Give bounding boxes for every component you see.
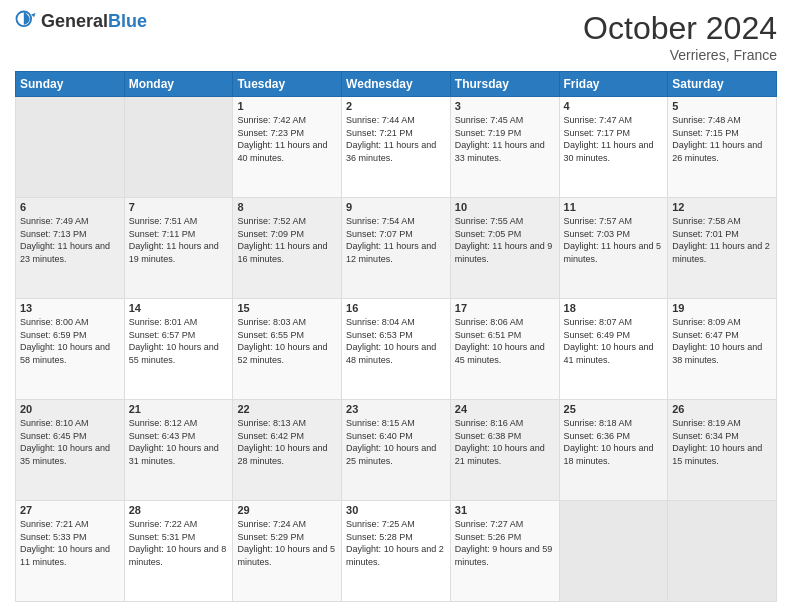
day-info: Sunrise: 8:15 AMSunset: 6:40 PMDaylight:… [346,417,446,467]
day-info: Sunrise: 7:58 AMSunset: 7:01 PMDaylight:… [672,215,772,265]
day-info: Sunrise: 7:55 AMSunset: 7:05 PMDaylight:… [455,215,555,265]
day-info: Sunrise: 8:16 AMSunset: 6:38 PMDaylight:… [455,417,555,467]
table-cell: 22Sunrise: 8:13 AMSunset: 6:42 PMDayligh… [233,400,342,501]
day-number: 30 [346,504,446,516]
day-info: Sunrise: 7:57 AMSunset: 7:03 PMDaylight:… [564,215,664,265]
table-cell [124,97,233,198]
col-saturday: Saturday [668,72,777,97]
logo-text: GeneralBlue [41,11,147,32]
day-info: Sunrise: 8:04 AMSunset: 6:53 PMDaylight:… [346,316,446,366]
logo: GeneralBlue [15,10,147,32]
day-number: 9 [346,201,446,213]
table-cell: 18Sunrise: 8:07 AMSunset: 6:49 PMDayligh… [559,299,668,400]
calendar-header-row: Sunday Monday Tuesday Wednesday Thursday… [16,72,777,97]
col-tuesday: Tuesday [233,72,342,97]
day-info: Sunrise: 7:45 AMSunset: 7:19 PMDaylight:… [455,114,555,164]
logo-icon [15,10,37,32]
calendar-table: Sunday Monday Tuesday Wednesday Thursday… [15,71,777,602]
day-number: 17 [455,302,555,314]
table-cell: 31Sunrise: 7:27 AMSunset: 5:26 PMDayligh… [450,501,559,602]
col-wednesday: Wednesday [342,72,451,97]
day-number: 16 [346,302,446,314]
day-number: 21 [129,403,229,415]
day-number: 5 [672,100,772,112]
table-cell: 17Sunrise: 8:06 AMSunset: 6:51 PMDayligh… [450,299,559,400]
logo-general: General [41,11,108,31]
table-cell: 23Sunrise: 8:15 AMSunset: 6:40 PMDayligh… [342,400,451,501]
day-info: Sunrise: 7:54 AMSunset: 7:07 PMDaylight:… [346,215,446,265]
page: GeneralBlue October 2024 Verrieres, Fran… [0,0,792,612]
month-title: October 2024 [583,10,777,47]
calendar-row-3: 13Sunrise: 8:00 AMSunset: 6:59 PMDayligh… [16,299,777,400]
day-number: 1 [237,100,337,112]
day-number: 29 [237,504,337,516]
calendar-row-5: 27Sunrise: 7:21 AMSunset: 5:33 PMDayligh… [16,501,777,602]
table-cell: 27Sunrise: 7:21 AMSunset: 5:33 PMDayligh… [16,501,125,602]
day-number: 20 [20,403,120,415]
day-info: Sunrise: 7:27 AMSunset: 5:26 PMDaylight:… [455,518,555,568]
day-info: Sunrise: 7:47 AMSunset: 7:17 PMDaylight:… [564,114,664,164]
day-info: Sunrise: 8:03 AMSunset: 6:55 PMDaylight:… [237,316,337,366]
day-info: Sunrise: 8:06 AMSunset: 6:51 PMDaylight:… [455,316,555,366]
table-cell: 1Sunrise: 7:42 AMSunset: 7:23 PMDaylight… [233,97,342,198]
day-info: Sunrise: 7:48 AMSunset: 7:15 PMDaylight:… [672,114,772,164]
day-number: 19 [672,302,772,314]
table-cell [668,501,777,602]
day-number: 27 [20,504,120,516]
day-info: Sunrise: 7:25 AMSunset: 5:28 PMDaylight:… [346,518,446,568]
table-cell: 28Sunrise: 7:22 AMSunset: 5:31 PMDayligh… [124,501,233,602]
table-cell: 11Sunrise: 7:57 AMSunset: 7:03 PMDayligh… [559,198,668,299]
day-info: Sunrise: 7:49 AMSunset: 7:13 PMDaylight:… [20,215,120,265]
day-number: 28 [129,504,229,516]
day-number: 10 [455,201,555,213]
table-cell: 21Sunrise: 8:12 AMSunset: 6:43 PMDayligh… [124,400,233,501]
day-number: 23 [346,403,446,415]
table-cell: 15Sunrise: 8:03 AMSunset: 6:55 PMDayligh… [233,299,342,400]
day-number: 14 [129,302,229,314]
day-info: Sunrise: 8:12 AMSunset: 6:43 PMDaylight:… [129,417,229,467]
calendar-row-4: 20Sunrise: 8:10 AMSunset: 6:45 PMDayligh… [16,400,777,501]
table-cell: 12Sunrise: 7:58 AMSunset: 7:01 PMDayligh… [668,198,777,299]
day-number: 13 [20,302,120,314]
table-cell: 14Sunrise: 8:01 AMSunset: 6:57 PMDayligh… [124,299,233,400]
table-cell: 5Sunrise: 7:48 AMSunset: 7:15 PMDaylight… [668,97,777,198]
table-cell: 16Sunrise: 8:04 AMSunset: 6:53 PMDayligh… [342,299,451,400]
title-area: October 2024 Verrieres, France [583,10,777,63]
day-info: Sunrise: 8:10 AMSunset: 6:45 PMDaylight:… [20,417,120,467]
table-cell: 13Sunrise: 8:00 AMSunset: 6:59 PMDayligh… [16,299,125,400]
day-info: Sunrise: 8:19 AMSunset: 6:34 PMDaylight:… [672,417,772,467]
day-info: Sunrise: 7:51 AMSunset: 7:11 PMDaylight:… [129,215,229,265]
table-cell [559,501,668,602]
day-number: 7 [129,201,229,213]
col-friday: Friday [559,72,668,97]
day-number: 15 [237,302,337,314]
day-number: 6 [20,201,120,213]
table-cell [16,97,125,198]
table-cell: 6Sunrise: 7:49 AMSunset: 7:13 PMDaylight… [16,198,125,299]
day-number: 26 [672,403,772,415]
table-cell: 26Sunrise: 8:19 AMSunset: 6:34 PMDayligh… [668,400,777,501]
table-cell: 25Sunrise: 8:18 AMSunset: 6:36 PMDayligh… [559,400,668,501]
table-cell: 7Sunrise: 7:51 AMSunset: 7:11 PMDaylight… [124,198,233,299]
header: GeneralBlue October 2024 Verrieres, Fran… [15,10,777,63]
col-sunday: Sunday [16,72,125,97]
col-monday: Monday [124,72,233,97]
day-info: Sunrise: 8:01 AMSunset: 6:57 PMDaylight:… [129,316,229,366]
calendar-row-1: 1Sunrise: 7:42 AMSunset: 7:23 PMDaylight… [16,97,777,198]
table-cell: 19Sunrise: 8:09 AMSunset: 6:47 PMDayligh… [668,299,777,400]
table-cell: 2Sunrise: 7:44 AMSunset: 7:21 PMDaylight… [342,97,451,198]
day-info: Sunrise: 8:00 AMSunset: 6:59 PMDaylight:… [20,316,120,366]
day-number: 8 [237,201,337,213]
table-cell: 24Sunrise: 8:16 AMSunset: 6:38 PMDayligh… [450,400,559,501]
day-number: 2 [346,100,446,112]
day-info: Sunrise: 7:44 AMSunset: 7:21 PMDaylight:… [346,114,446,164]
calendar-row-2: 6Sunrise: 7:49 AMSunset: 7:13 PMDaylight… [16,198,777,299]
location-title: Verrieres, France [583,47,777,63]
day-number: 4 [564,100,664,112]
table-cell: 3Sunrise: 7:45 AMSunset: 7:19 PMDaylight… [450,97,559,198]
logo-blue: Blue [108,11,147,31]
table-cell: 29Sunrise: 7:24 AMSunset: 5:29 PMDayligh… [233,501,342,602]
table-cell: 8Sunrise: 7:52 AMSunset: 7:09 PMDaylight… [233,198,342,299]
table-cell: 20Sunrise: 8:10 AMSunset: 6:45 PMDayligh… [16,400,125,501]
day-number: 31 [455,504,555,516]
